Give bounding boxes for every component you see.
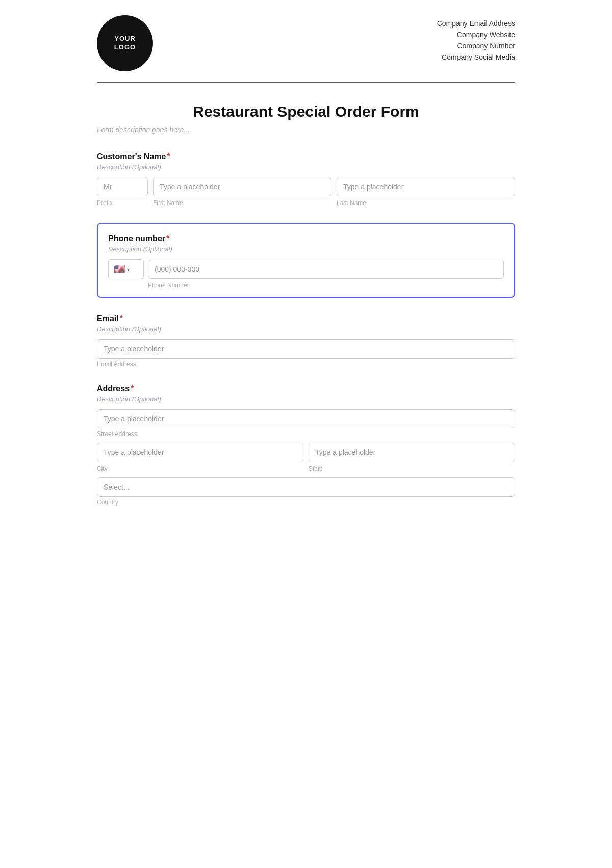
email-label: Email* (97, 314, 515, 323)
phone-input-row: 🇺🇸 ▾ (108, 259, 504, 279)
last-name-sublabel: Last Name (337, 199, 515, 207)
street-sublabel: Street Address (97, 430, 515, 438)
chevron-down-icon: ▾ (127, 267, 130, 272)
country-input[interactable] (97, 477, 515, 497)
prefix-wrapper (97, 177, 148, 196)
country-sublabel: Country (97, 499, 515, 506)
page-header: YOUR LOGO Company Email Address Company … (76, 0, 536, 82)
last-name-wrapper (337, 177, 515, 196)
prefix-sublabel: Prefix (97, 199, 148, 207)
first-name-input[interactable] (153, 177, 332, 196)
city-state-row (97, 443, 515, 462)
state-input[interactable] (309, 443, 515, 462)
phone-description: Description (Optional) (108, 245, 504, 253)
flag-icon: 🇺🇸 (114, 264, 125, 275)
first-name-wrapper (153, 177, 332, 196)
address-section: Address* Description (Optional) Street A… (97, 384, 515, 506)
customer-name-section: Customer's Name* Description (Optional) … (97, 152, 515, 207)
form-description: Form description goes here... (97, 125, 515, 134)
city-sublabel: City (97, 465, 303, 472)
city-state-sublabels: City State (97, 465, 515, 472)
form-title: Restaurant Special Order Form (97, 103, 515, 120)
address-label: Address* (97, 384, 515, 393)
email-description: Description (Optional) (97, 325, 515, 333)
company-number-label: Company Number (437, 42, 515, 50)
logo-line1: YOUR (114, 35, 136, 43)
email-section: Email* Description (Optional) Email Addr… (97, 314, 515, 368)
phone-country-select[interactable]: 🇺🇸 ▾ (108, 259, 144, 279)
customer-name-label: Customer's Name* (97, 152, 515, 161)
phone-number-input[interactable] (148, 260, 504, 279)
city-input[interactable] (97, 443, 303, 462)
name-input-row (97, 177, 515, 196)
address-description: Description (Optional) (97, 395, 515, 403)
phone-label: Phone number* (108, 234, 504, 243)
phone-sublabel: Phone Number (148, 282, 504, 289)
company-website-label: Company Website (437, 31, 515, 39)
customer-name-description: Description (Optional) (97, 163, 515, 171)
email-input[interactable] (97, 339, 515, 359)
phone-section: Phone number* Description (Optional) 🇺🇸 … (97, 223, 515, 298)
company-social-label: Company Social Media (437, 53, 515, 61)
state-sublabel: State (309, 465, 515, 472)
email-sublabel: Email Address (97, 361, 515, 368)
company-info: Company Email Address Company Website Co… (437, 15, 515, 61)
company-email-label: Company Email Address (437, 19, 515, 28)
company-logo: YOUR LOGO (97, 15, 153, 71)
logo-line2: LOGO (114, 43, 136, 52)
first-name-sublabel: First Name (153, 199, 332, 207)
name-sublabels: Prefix First Name Last Name (97, 199, 515, 207)
country-wrapper: Country (97, 477, 515, 506)
last-name-input[interactable] (337, 177, 515, 196)
main-content: Restaurant Special Order Form Form descr… (76, 83, 536, 553)
prefix-input[interactable] (97, 177, 148, 196)
street-address-input[interactable] (97, 409, 515, 428)
